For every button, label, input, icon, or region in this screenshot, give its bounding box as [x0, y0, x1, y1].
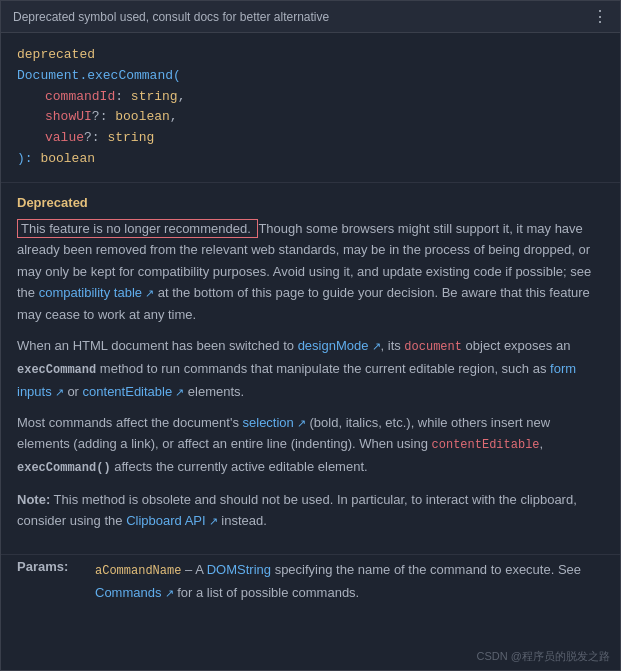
content-editable-link[interactable]: contentEditable: [83, 384, 173, 399]
clipboard-arrow: [206, 513, 218, 528]
warning-text: This feature is no longer recommended.: [21, 221, 251, 236]
code-param-2: showUI?: boolean,: [17, 107, 604, 128]
note-text: This method is obsolete and should not b…: [17, 492, 577, 528]
design-mode-arrow: [368, 338, 380, 353]
first-paragraph: This feature is no longer recommended. T…: [17, 218, 604, 325]
params-content: aCommandName – A DOMString specifying th…: [95, 559, 604, 603]
header-title: Deprecated symbol used, consult docs for…: [13, 10, 329, 24]
code-param-1: commandId: string,: [17, 87, 604, 108]
code-param-3: value?: string: [17, 128, 604, 149]
selection-link[interactable]: selection: [243, 415, 294, 430]
note-paragraph: Note: This method is obsolete and should…: [17, 489, 604, 532]
watermark: CSDN @程序员的脱发之路: [477, 649, 610, 664]
params-dash: – A: [181, 562, 206, 577]
design-mode-link[interactable]: designMode: [298, 338, 369, 353]
code-block: deprecated Document.execCommand( command…: [17, 45, 604, 170]
para3-end: affects the currently active editable el…: [111, 459, 368, 474]
more-options-icon[interactable]: ⋮: [592, 9, 608, 25]
header-bar: Deprecated symbol used, consult docs for…: [1, 1, 620, 33]
code-execcommand: execCommand: [17, 363, 96, 377]
deprecated-heading: Deprecated: [17, 195, 604, 210]
tooltip-panel: Deprecated symbol used, consult docs for…: [0, 0, 621, 671]
second-paragraph: When an HTML document has been switched …: [17, 335, 604, 402]
code-execcommand2: execCommand(): [17, 461, 111, 475]
params-label: Params:: [17, 559, 87, 574]
warning-box: This feature is no longer recommended.: [17, 219, 258, 238]
commands-arrow: [161, 585, 173, 600]
compat-link-arrow: [142, 285, 154, 300]
content-editable-arrow: [172, 384, 184, 399]
code-contenteditable: contentEditable: [432, 438, 540, 452]
deprecated-section: Deprecated This feature is no longer rec…: [1, 183, 620, 554]
params-text: specifying the name of the command to ex…: [271, 562, 581, 577]
form-inputs-arrow: [52, 384, 64, 399]
compat-table-link[interactable]: compatibility table: [39, 285, 142, 300]
para2-mid: , its: [381, 338, 405, 353]
para3-mid2: ,: [540, 436, 544, 451]
params-param-name: aCommandName: [95, 564, 181, 578]
para2-start: When an HTML document has been switched …: [17, 338, 298, 353]
para2-end: elements.: [184, 384, 244, 399]
para2-mid4: or: [64, 384, 83, 399]
code-function-name: Document.execCommand(: [17, 68, 181, 83]
note-end: instead.: [218, 513, 267, 528]
params-commands-link[interactable]: Commands: [95, 585, 161, 600]
deprecated-label: deprecated: [17, 47, 95, 62]
params-end: for a list of possible commands.: [174, 585, 360, 600]
params-type[interactable]: DOMString: [207, 562, 271, 577]
params-section: Params: aCommandName – A DOMString speci…: [1, 555, 620, 615]
code-section: deprecated Document.execCommand( command…: [1, 33, 620, 183]
selection-arrow: [294, 415, 306, 430]
clipboard-api-link[interactable]: Clipboard API: [126, 513, 206, 528]
para3-start: Most commands affect the document's: [17, 415, 243, 430]
para2-mid3: method to run commands that manipulate t…: [96, 361, 550, 376]
code-document: document: [404, 340, 462, 354]
para2-mid2: object exposes an: [462, 338, 570, 353]
third-paragraph: Most commands affect the document's sele…: [17, 412, 604, 479]
note-label: Note:: [17, 492, 50, 507]
code-return: ):: [17, 151, 40, 166]
